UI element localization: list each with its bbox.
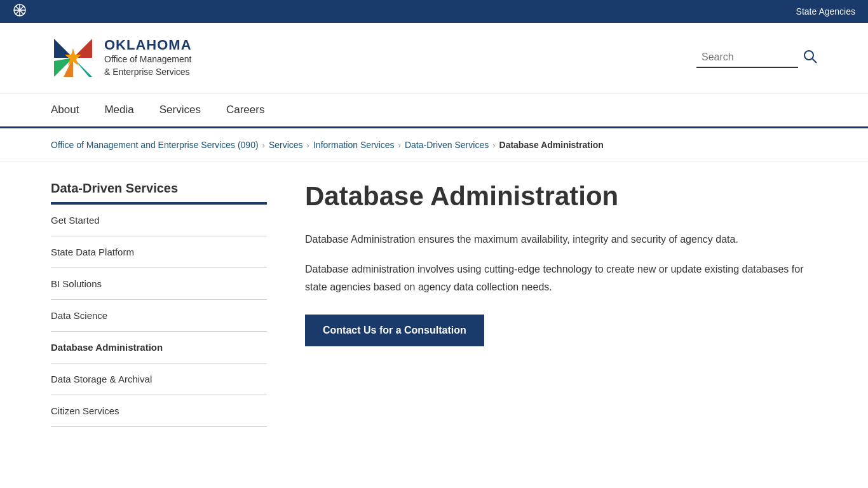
breadcrumb-item-info-services[interactable]: Information Services xyxy=(313,140,395,150)
logo-sub2: & Enterprise Services xyxy=(104,66,192,79)
sidebar-link-data-science[interactable]: Data Science xyxy=(51,300,267,331)
breadcrumb-sep-4: › xyxy=(492,140,495,150)
sidebar-item-data-science: Data Science xyxy=(51,300,267,332)
search-area xyxy=(696,48,817,68)
sidebar-link-data-storage[interactable]: Data Storage & Archival xyxy=(51,363,267,395)
breadcrumb-item-services[interactable]: Services xyxy=(269,140,303,150)
breadcrumb-sep-1: › xyxy=(262,140,265,150)
sidebar-link-get-started[interactable]: Get Started xyxy=(51,205,267,236)
top-bar: State Agencies xyxy=(0,0,868,23)
search-icon xyxy=(803,50,817,64)
header: OKLAHOMA Office of Management & Enterpri… xyxy=(0,23,868,93)
nav-item-services[interactable]: Services xyxy=(159,93,201,128)
sidebar-item-citizen-services: Citizen Services xyxy=(51,395,267,427)
contact-us-button[interactable]: Contact Us for a Consultation xyxy=(305,315,484,346)
sidebar-list: Get Started State Data Platform BI Solut… xyxy=(51,205,267,427)
search-input[interactable] xyxy=(696,48,798,68)
breadcrumb: Office of Management and Enterprise Serv… xyxy=(0,128,868,162)
nav-item-careers[interactable]: Careers xyxy=(226,93,264,128)
breadcrumb-current: Database Administration xyxy=(499,140,604,150)
svg-point-11 xyxy=(804,51,813,60)
sidebar-item-data-storage: Data Storage & Archival xyxy=(51,363,267,395)
state-agencies-link[interactable]: State Agencies xyxy=(796,6,855,17)
breadcrumb-sep-3: › xyxy=(398,140,401,150)
sidebar-link-state-data-platform[interactable]: State Data Platform xyxy=(51,236,267,268)
oklahoma-logo-icon xyxy=(51,36,95,80)
svg-line-12 xyxy=(813,58,817,63)
top-bar-logo-icon xyxy=(13,3,27,20)
sidebar-item-state-data-platform: State Data Platform xyxy=(51,236,267,268)
nav-item-about[interactable]: About xyxy=(51,93,79,128)
logo-sub1: Office of Management xyxy=(104,53,192,66)
page-title: Database Administration xyxy=(305,181,817,212)
page-content: Database Administration Database Adminis… xyxy=(305,181,817,427)
sidebar-title: Data-Driven Services xyxy=(51,181,267,205)
main-content: Data-Driven Services Get Started State D… xyxy=(0,162,868,446)
logo-area: OKLAHOMA Office of Management & Enterpri… xyxy=(51,36,192,80)
logo-text: OKLAHOMA Office of Management & Enterpri… xyxy=(104,37,192,78)
sidebar-item-database-admin: Database Administration xyxy=(51,332,267,363)
breadcrumb-item-home[interactable]: Office of Management and Enterprise Serv… xyxy=(51,140,259,150)
nav-item-media[interactable]: Media xyxy=(104,93,133,128)
sidebar-item-bi-solutions: BI Solutions xyxy=(51,268,267,300)
sidebar: Data-Driven Services Get Started State D… xyxy=(51,181,267,427)
sidebar-link-database-admin[interactable]: Database Administration xyxy=(51,332,267,363)
content-para-2: Database administration involves using c… xyxy=(305,261,817,295)
oklahoma-label: OKLAHOMA xyxy=(104,37,192,53)
breadcrumb-item-data-driven[interactable]: Data-Driven Services xyxy=(405,140,489,150)
sidebar-link-citizen-services[interactable]: Citizen Services xyxy=(51,395,267,426)
content-para-1: Database Administration ensures the maxi… xyxy=(305,231,817,248)
sidebar-item-get-started: Get Started xyxy=(51,205,267,236)
breadcrumb-sep-2: › xyxy=(307,140,309,150)
main-nav: About Media Services Careers xyxy=(0,93,868,128)
search-button[interactable] xyxy=(803,50,817,67)
sidebar-link-bi-solutions[interactable]: BI Solutions xyxy=(51,268,267,299)
